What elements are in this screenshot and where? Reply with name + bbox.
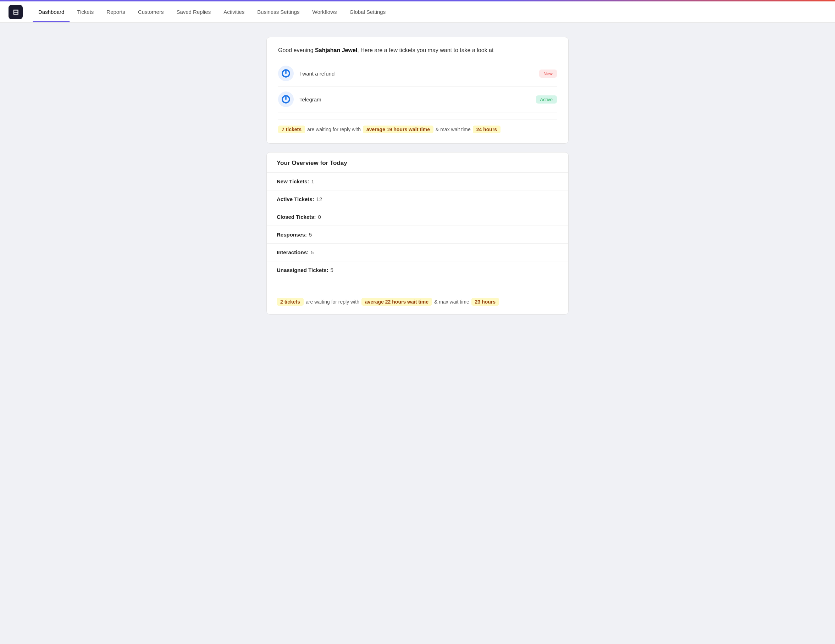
overview-ticket-count: 2 tickets <box>277 298 304 306</box>
overview-wait-suffix: & max wait time <box>434 299 469 305</box>
overview-wait-mid: are waiting for reply with <box>306 299 359 305</box>
ticket-badge-1: New <box>539 70 557 78</box>
greeting-wait-mid: are waiting for reply with <box>307 127 361 132</box>
nav-item-tickets[interactable]: Tickets <box>71 2 99 22</box>
navbar: ⊟ Dashboard Tickets Reports Customers Sa… <box>0 2 835 23</box>
ticket-avatar-1 <box>278 66 294 81</box>
nav-item-dashboard[interactable]: Dashboard <box>32 2 70 22</box>
overview-max-wait: 23 hours <box>471 298 499 306</box>
nav-item-global-settings[interactable]: Global Settings <box>344 2 391 22</box>
stat-value-closed-tickets: 0 <box>318 214 321 220</box>
greeting-avg-wait: average 19 hours wait time <box>363 125 434 133</box>
stat-label-new-tickets: New Tickets: <box>277 178 309 184</box>
nav-items: Dashboard Tickets Reports Customers Save… <box>32 2 391 22</box>
ticket-row-1[interactable]: I want a refund New <box>278 61 557 86</box>
stat-row-interactions: Interactions: 5 <box>267 243 568 261</box>
greeting-max-wait: 24 hours <box>473 125 500 133</box>
stat-label-responses: Responses: <box>277 232 307 238</box>
stat-row-active-tickets: Active Tickets: 12 <box>267 190 568 208</box>
stat-label-closed-tickets: Closed Tickets: <box>277 214 316 220</box>
stat-row-unassigned: Unassigned Tickets: 5 <box>267 261 568 279</box>
overview-wait-row: 2 tickets are waiting for reply with ave… <box>277 292 558 306</box>
nav-item-workflows[interactable]: Workflows <box>307 2 343 22</box>
ticket-label-1: I want a refund <box>299 71 539 76</box>
greeting-text: Good evening Sahjahan Jewel, Here are a … <box>278 47 557 54</box>
greeting-username: Sahjahan Jewel <box>315 47 357 53</box>
greeting-wait-suffix: & max wait time <box>435 127 471 132</box>
stat-value-interactions: 5 <box>311 249 314 255</box>
greeting-ticket-count: 7 tickets <box>278 125 305 133</box>
stat-row-new-tickets: New Tickets: 1 <box>267 173 568 190</box>
overview-wait-section: 2 tickets are waiting for reply with ave… <box>267 279 568 314</box>
greeting-card: Good evening Sahjahan Jewel, Here are a … <box>266 37 569 144</box>
nav-item-activities[interactable]: Activities <box>218 2 250 22</box>
overview-avg-wait: average 22 hours wait time <box>361 298 432 306</box>
stat-value-unassigned: 5 <box>331 267 333 273</box>
nav-item-business-settings[interactable]: Business Settings <box>252 2 305 22</box>
power-icon-1 <box>281 68 291 78</box>
stat-label-active-tickets: Active Tickets: <box>277 196 314 202</box>
logo[interactable]: ⊟ <box>8 5 23 19</box>
main-content: Good evening Sahjahan Jewel, Here are a … <box>258 23 577 337</box>
ticket-badge-2: Active <box>536 96 557 104</box>
greeting-suffix: , Here are a few tickets you may want to… <box>357 47 494 53</box>
nav-item-saved-replies[interactable]: Saved Replies <box>171 2 216 22</box>
nav-item-reports[interactable]: Reports <box>101 2 131 22</box>
stat-label-unassigned: Unassigned Tickets: <box>277 267 328 273</box>
stat-value-responses: 5 <box>309 232 312 238</box>
stat-row-closed-tickets: Closed Tickets: 0 <box>267 208 568 226</box>
stat-row-responses: Responses: 5 <box>267 226 568 243</box>
overview-card: Your Overview for Today New Tickets: 1 A… <box>266 152 569 315</box>
power-icon-2 <box>281 94 291 104</box>
greeting-prefix: Good evening <box>278 47 315 53</box>
stat-value-new-tickets: 1 <box>311 178 314 184</box>
ticket-row-2[interactable]: Telegram Active <box>278 86 557 112</box>
overview-title: Your Overview for Today <box>267 152 568 173</box>
ticket-label-2: Telegram <box>299 96 536 102</box>
ticket-avatar-2 <box>278 91 294 107</box>
stat-value-active-tickets: 12 <box>317 196 322 202</box>
greeting-wait-row: 7 tickets are waiting for reply with ave… <box>278 120 557 133</box>
stat-label-interactions: Interactions: <box>277 249 309 255</box>
nav-item-customers[interactable]: Customers <box>132 2 169 22</box>
logo-icon: ⊟ <box>13 8 19 16</box>
